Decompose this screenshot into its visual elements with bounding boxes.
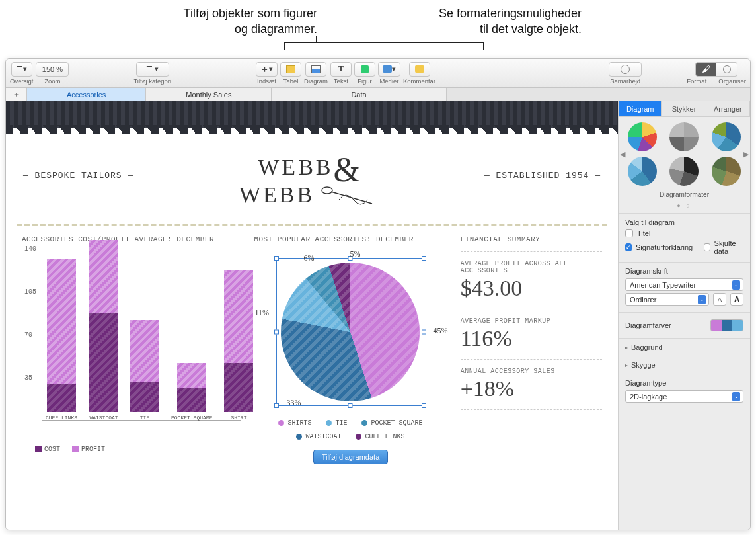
summary-label-1: AVERAGE PROFIT ACROSS ALL ACCESSORIES: [461, 260, 602, 274]
organize-label: Organiser: [718, 77, 746, 85]
text-button[interactable]: T: [330, 62, 352, 77]
financial-summary: FINANCIAL SUMMARY AVERAGE PROFIT ACROSS …: [461, 235, 602, 418]
chart-label: Diagram: [304, 77, 328, 85]
shape-label: Figur: [358, 77, 372, 85]
pie-slice-label: 45%: [433, 326, 447, 336]
callout-insert-objects-line1: Tilføj objekter som figurer: [145, 5, 317, 21]
bar-group: POCKET SQUARE: [171, 363, 212, 421]
pie-chart[interactable]: [281, 263, 420, 401]
add-sheet-button[interactable]: ＋: [6, 88, 27, 101]
company-logo: WEBB& WEBB: [133, 144, 484, 208]
callout-format-options-line1: Se formateringsmuligheder: [377, 5, 582, 21]
sheet-tabs: ＋ Accessories Monthly Sales Data: [6, 88, 750, 101]
chart-style-option[interactable]: [628, 157, 657, 186]
comment-label: Kommentar: [403, 77, 435, 85]
style-prev-icon[interactable]: ◀: [620, 150, 625, 159]
font-family-select[interactable]: American Typewriter⌄: [625, 278, 743, 291]
divider: [17, 224, 607, 226]
bar-chart-legend: COST PROFIT: [22, 446, 241, 453]
pie-chart-title: MOST POPULAR ACCESSORIES: DECEMBER: [254, 235, 447, 243]
comment-button[interactable]: [409, 62, 430, 77]
chart-style-option[interactable]: [712, 122, 741, 151]
chart-style-picker: ◀ ▶: [619, 117, 750, 191]
checkbox-legend-label: Signaturforklaring: [636, 243, 693, 251]
background-disclosure[interactable]: ▸Baggrund: [625, 343, 743, 351]
checkbox-title[interactable]: [625, 229, 633, 237]
add-chart-data-button[interactable]: Tilføj diagramdata: [313, 450, 389, 464]
format-inspector: Diagram Stykker Arranger ◀ ▶ Diagramform…: [618, 101, 750, 530]
chart-type-header: Diagramtype: [625, 379, 743, 387]
tagline-left: — BESPOKE TAILORS —: [23, 171, 133, 181]
selection-handle[interactable]: [422, 330, 426, 335]
chart-type-select[interactable]: 2D-lagkage⌄: [625, 390, 743, 403]
inspector-tab-diagram[interactable]: Diagram: [619, 101, 662, 116]
sheet-tab-data[interactable]: Data: [272, 88, 446, 101]
selection-handle[interactable]: [422, 256, 426, 261]
table-button[interactable]: [280, 62, 301, 77]
sheet-tab-monthly-sales[interactable]: Monthly Sales: [146, 88, 272, 101]
pie-slice-label: 6%: [303, 253, 314, 263]
chart-options-header: Valg til diagram: [625, 218, 743, 226]
chart-style-option[interactable]: [628, 122, 657, 151]
shape-button[interactable]: [354, 62, 375, 77]
selection-handle[interactable]: [274, 403, 279, 408]
chart-colors-button[interactable]: [710, 319, 743, 331]
insert-button[interactable]: ＋▾: [256, 62, 278, 77]
collaborate-label: Samarbejd: [610, 77, 640, 85]
insert-label: Indsæt: [257, 77, 276, 85]
checkbox-title-label: Titel: [637, 229, 650, 237]
format-label: Format: [687, 77, 706, 85]
decorative-header-strip: [6, 101, 618, 128]
organize-inspector-button[interactable]: [716, 62, 737, 77]
checkbox-hidden-data-label: Skjulte data: [714, 239, 743, 255]
bar-group: WAISTCOAT: [89, 240, 118, 421]
add-category-label: Tilføj kategori: [133, 77, 171, 85]
zoom-label: Zoom: [44, 77, 60, 85]
media-button[interactable]: ▾: [378, 62, 400, 77]
svg-point-0: [322, 187, 332, 194]
sheet-tab-accessories[interactable]: Accessories: [27, 88, 146, 101]
zoom-select[interactable]: 150 %: [36, 62, 69, 77]
canvas[interactable]: — BESPOKE TAILORS — WEBB& WEBB — ESTABLI…: [6, 101, 618, 530]
checkbox-hidden-data[interactable]: [704, 243, 710, 251]
font-style-select[interactable]: Ordinær⌄: [625, 293, 709, 306]
shadow-disclosure[interactable]: ▸Skygge: [625, 361, 743, 369]
chart-button[interactable]: [305, 62, 326, 77]
chart-style-option[interactable]: [669, 122, 699, 151]
format-inspector-button[interactable]: 🖌: [695, 62, 716, 77]
checkbox-legend[interactable]: ✓: [625, 243, 632, 251]
view-label: Oversigt: [10, 77, 33, 85]
inspector-tab-arranger[interactable]: Arranger: [706, 101, 750, 116]
chart-style-option[interactable]: [712, 157, 741, 186]
font-larger-button[interactable]: A: [730, 293, 743, 306]
selection-handle[interactable]: [274, 330, 279, 335]
bar-group: TIE: [130, 320, 159, 421]
selection-handle[interactable]: [274, 256, 279, 261]
app-window: ☰▾ Oversigt 150 % Zoom ☰ ▾ Tilføj katego…: [5, 58, 751, 530]
pie-chart-selected[interactable]: 45% 33% 11% 6% 5%: [276, 258, 424, 406]
bar-chart-title: ACCESSORIES COST/PROFIT AVERAGE: DECEMBE…: [22, 235, 241, 243]
selection-handle[interactable]: [422, 403, 426, 408]
summary-value-3: +18%: [461, 376, 602, 401]
chart-styles-caption: Diagramformater: [619, 191, 750, 202]
callout-format-options-line2: til det valgte objekt.: [377, 21, 582, 37]
media-label: Medier: [379, 77, 398, 85]
add-category-button[interactable]: ☰ ▾: [136, 62, 169, 77]
table-label: Tabel: [284, 77, 299, 85]
collaborate-button[interactable]: [609, 62, 642, 77]
summary-value-1: $43.00: [461, 276, 602, 301]
selection-handle[interactable]: [348, 403, 353, 408]
chart-colors-header: Diagramfarver: [625, 321, 671, 329]
summary-label-3: ANNUAL ACCESSORY SALES: [461, 368, 602, 375]
style-page-dots[interactable]: ● ○: [619, 202, 750, 213]
font-smaller-button[interactable]: A: [713, 293, 726, 306]
chart-style-option[interactable]: [669, 157, 699, 186]
style-next-icon[interactable]: ▶: [743, 150, 749, 159]
summary-title: FINANCIAL SUMMARY: [461, 235, 602, 243]
summary-value-2: 116%: [461, 326, 602, 351]
inspector-tab-stykker[interactable]: Stykker: [662, 101, 706, 116]
pie-slice-label: 5%: [350, 249, 360, 259]
view-button[interactable]: ☰▾: [11, 62, 32, 77]
chart-font-header: Diagramskrift: [625, 267, 743, 275]
bar-chart[interactable]: 140 105 70 35 CUFF LINKSWAISTCOATTIEPOCK…: [22, 249, 241, 440]
